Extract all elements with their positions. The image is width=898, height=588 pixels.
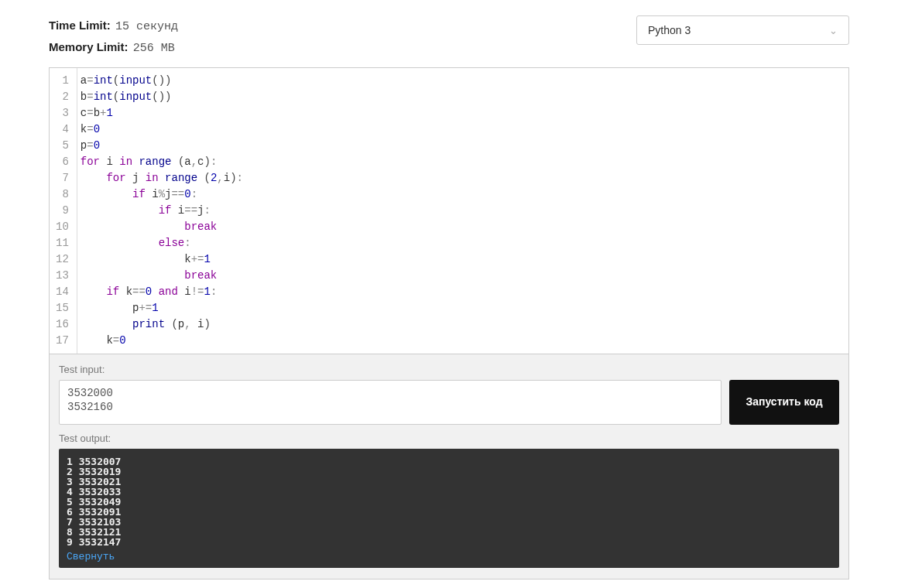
run-code-button[interactable]: Запустить код <box>729 380 839 425</box>
test-input-label: Test input: <box>59 364 839 375</box>
test-section: Test input: Запустить код Test output: 1… <box>50 354 848 579</box>
code-editor-panel: 1234567891011121314151617 a=int(input())… <box>49 67 849 579</box>
test-output-label: Test output: <box>59 432 839 444</box>
test-output-box: 1 3532007 2 3532019 3 3532021 4 3532033 … <box>59 449 839 568</box>
time-limit-value: 15 секунд <box>115 20 178 33</box>
limits: Time Limit: 15 секунд Memory Limit: 256 … <box>49 15 178 58</box>
chevron-down-icon: ⌄ <box>829 25 838 36</box>
memory-limit-value: 256 MB <box>133 42 175 55</box>
code-editor[interactable]: a=int(input())b=int(input())c=b+1k=0p=0f… <box>77 68 848 354</box>
language-select[interactable]: Python 3 ⌄ <box>636 15 849 45</box>
collapse-link[interactable]: Свернуть <box>67 552 115 562</box>
language-selected: Python 3 <box>648 24 691 36</box>
test-output-text: 1 3532007 2 3532019 3 3532021 4 3532033 … <box>67 456 831 547</box>
line-number-gutter: 1234567891011121314151617 <box>50 68 77 354</box>
test-input[interactable] <box>59 380 721 425</box>
memory-limit-label: Memory Limit: <box>49 40 129 53</box>
time-limit-label: Time Limit: <box>49 19 111 32</box>
